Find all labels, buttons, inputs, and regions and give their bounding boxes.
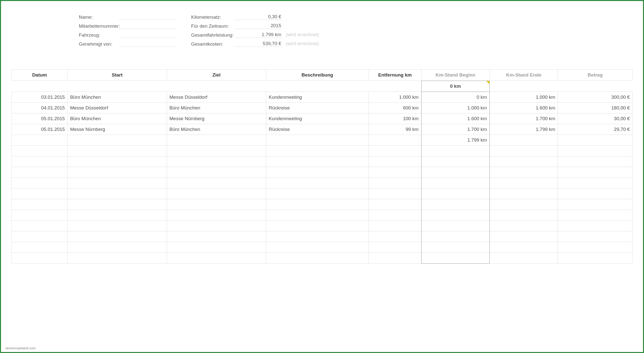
cell-empty[interactable] (67, 199, 167, 210)
cell-empty[interactable] (167, 231, 266, 242)
cell-empty[interactable] (167, 177, 266, 188)
cell-empty[interactable] (490, 253, 558, 264)
cell-besch[interactable]: Kundenmeeting (266, 92, 369, 103)
cell-start[interactable]: Büro München (67, 92, 167, 103)
cell-empty[interactable] (12, 156, 68, 167)
cell-empty[interactable] (12, 220, 68, 231)
cell-empty[interactable] (266, 253, 369, 264)
cell-empty[interactable] (12, 199, 68, 210)
cell-empty[interactable] (558, 177, 632, 188)
cell-empty[interactable] (422, 188, 490, 199)
cell-empty[interactable] (12, 210, 68, 220)
cell-empty[interactable] (266, 220, 369, 231)
cell-final-km[interactable]: 1.799 km (422, 135, 490, 145)
cell-empty[interactable] (422, 253, 490, 264)
cell-empty[interactable] (558, 199, 632, 210)
vehicle-input[interactable] (119, 31, 177, 37)
cell-km-beginn[interactable]: 1.700 km (422, 124, 490, 135)
cell-entf[interactable]: 1.000 km (368, 92, 421, 103)
cell-empty[interactable] (422, 177, 490, 188)
cell-empty[interactable] (12, 145, 68, 156)
cell-ziel[interactable]: Büro München (167, 124, 266, 135)
cell-empty[interactable] (12, 167, 68, 177)
cell-empty[interactable] (167, 253, 266, 264)
cell-empty[interactable] (67, 156, 167, 167)
cell-empty[interactable] (368, 242, 421, 253)
cell-empty[interactable] (490, 199, 558, 210)
cell-besch[interactable]: Rückreise (266, 102, 369, 113)
cell-ziel[interactable]: Büro München (167, 102, 266, 113)
cell-empty[interactable] (266, 231, 369, 242)
cell-datum[interactable]: 05.01.2015 (12, 124, 68, 135)
cell-empty[interactable] (490, 156, 558, 167)
cell-empty[interactable] (368, 145, 421, 156)
cell-empty[interactable] (12, 253, 68, 264)
cell-empty[interactable] (490, 231, 558, 242)
cell-empty[interactable] (167, 210, 266, 220)
cell-empty[interactable] (266, 210, 369, 220)
cell-km-ende[interactable]: 1.600 km (490, 102, 558, 113)
cell-empty[interactable] (490, 188, 558, 199)
cell-empty[interactable] (558, 220, 632, 231)
cell-empty[interactable] (490, 220, 558, 231)
cell-start[interactable]: Messe Nürnberg (67, 124, 167, 135)
cell-betrag[interactable]: 300,00 € (558, 92, 632, 103)
cell-empty[interactable] (558, 242, 632, 253)
cell-empty[interactable] (266, 145, 369, 156)
cell-empty[interactable] (490, 167, 558, 177)
cell-empty[interactable] (558, 145, 632, 156)
cell-empty[interactable] (490, 210, 558, 220)
cell-empty[interactable] (368, 177, 421, 188)
cell-datum[interactable]: 03.01.2015 (12, 92, 68, 103)
cell-empty[interactable] (422, 199, 490, 210)
cell-betrag[interactable]: 30,00 € (558, 113, 632, 124)
cell-entf[interactable]: 100 km (368, 113, 421, 124)
cell-empty[interactable] (12, 231, 68, 242)
cell-empty[interactable] (67, 220, 167, 231)
cell-empty[interactable] (67, 253, 167, 264)
cell-entf[interactable]: 99 km (368, 124, 421, 135)
cell-start[interactable]: Messe Düsseldorf (67, 102, 167, 113)
cell-ziel[interactable]: Messe Düsseldorf (167, 92, 266, 103)
cell-km-ende[interactable]: 1.000 km (490, 92, 558, 103)
cell-empty[interactable] (558, 210, 632, 220)
cell-km-ende[interactable]: 1.799 km (490, 124, 558, 135)
cell-empty[interactable] (558, 135, 632, 145)
cell-empty[interactable] (266, 156, 369, 167)
approved-input[interactable] (119, 40, 177, 46)
cell-empty[interactable] (558, 167, 632, 177)
cell-besch[interactable]: Rückreise (266, 124, 369, 135)
cell-empty[interactable] (368, 167, 421, 177)
cell-empty[interactable] (422, 145, 490, 156)
cell-start[interactable]: Büro München (67, 113, 167, 124)
cell-entf[interactable]: 600 km (368, 102, 421, 113)
cell-empty[interactable] (67, 167, 167, 177)
cell-empty[interactable] (67, 242, 167, 253)
cell-empty[interactable] (368, 231, 421, 242)
cell-empty[interactable] (558, 231, 632, 242)
cell-empty[interactable] (167, 156, 266, 167)
cell-empty[interactable] (490, 135, 558, 145)
cell-empty[interactable] (422, 231, 490, 242)
cell-empty[interactable] (266, 188, 369, 199)
cell-empty[interactable] (368, 210, 421, 220)
cell-empty[interactable] (422, 167, 490, 177)
cell-empty[interactable] (266, 199, 369, 210)
cell-empty[interactable] (167, 167, 266, 177)
cell-empty[interactable] (558, 156, 632, 167)
cell-datum[interactable]: 05.01.2015 (12, 113, 68, 124)
cell-empty[interactable] (12, 135, 68, 145)
cell-empty[interactable] (422, 156, 490, 167)
cell-empty[interactable] (167, 220, 266, 231)
cell-empty[interactable] (67, 231, 167, 242)
cell-empty[interactable] (422, 210, 490, 220)
start-km-cell[interactable]: 0 km (422, 81, 490, 92)
cell-empty[interactable] (167, 199, 266, 210)
cell-empty[interactable] (422, 220, 490, 231)
cell-empty[interactable] (12, 177, 68, 188)
cell-empty[interactable] (490, 177, 558, 188)
name-input[interactable] (119, 13, 177, 19)
cell-empty[interactable] (67, 188, 167, 199)
cell-empty[interactable] (558, 253, 632, 264)
cell-empty[interactable] (167, 145, 266, 156)
